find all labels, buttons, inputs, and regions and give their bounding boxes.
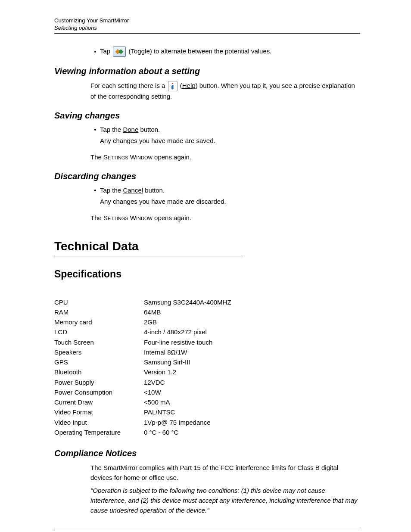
spec-row: Memory card2GB — [54, 317, 360, 327]
cancel-label: Cancel — [123, 187, 143, 194]
settings-window-label: Settings Window — [103, 214, 153, 221]
spec-label: Operating Temperature — [54, 427, 144, 437]
help-icon — [168, 81, 177, 91]
running-header: Customizing Your SmartMirror Selecting o… — [54, 17, 360, 34]
bullet-cancel: • Tap the Cancel button. — [90, 186, 360, 195]
help-label: Help — [182, 82, 196, 89]
spec-value: 1Vp-p@ 75 Impedance — [144, 417, 211, 427]
bullet-toggle: • Tap (Toggle) to alternate between the … — [90, 47, 360, 57]
text: For each setting there is a — [90, 82, 167, 89]
spec-row: RAM64MB — [54, 307, 360, 317]
page-footer: 60 ESCORT SmartMirror User's Guide ESCOR… — [54, 530, 360, 532]
spec-label: Current Draw — [54, 397, 144, 407]
toggle-label: Toggle — [131, 47, 150, 55]
compliance-quote: "Operation is subject to the following t… — [90, 485, 360, 516]
spec-value: Four-line resistive touch — [144, 337, 212, 347]
spec-row: Operating Temperature0 °C - 60 °C — [54, 427, 360, 437]
header-section: Selecting options — [54, 25, 360, 32]
bullet-marker: • — [90, 48, 100, 55]
spec-value: 64MB — [144, 307, 161, 317]
spec-label: Video Input — [54, 417, 144, 427]
saving-after: The Settings Window opens again. — [90, 152, 360, 162]
spec-value: Samsung S3C2440A-400MHZ — [144, 297, 231, 307]
text: Tap — [100, 47, 112, 55]
spec-label: GPS — [54, 357, 144, 367]
spec-row: Video Input1Vp-p@ 75 Impedance — [54, 417, 360, 427]
spec-row: BluetoothVersion 1.2 — [54, 367, 360, 377]
heading-saving: Saving changes — [54, 111, 360, 121]
spec-label: Memory card — [54, 317, 144, 327]
toggle-icon — [113, 47, 126, 57]
spec-value: Internal 8Ω/1W — [144, 347, 187, 357]
bullet-marker: • — [90, 126, 100, 133]
spec-label: Power Consumption — [54, 387, 144, 397]
spec-label: RAM — [54, 307, 144, 317]
spec-value: 0 °C - 60 °C — [144, 427, 178, 437]
spec-row: CPUSamsung S3C2440A-400MHZ — [54, 297, 360, 307]
text: button. — [138, 126, 160, 133]
heading-technical-data: Technical Data — [54, 240, 360, 256]
cancel-followup: Any changes you have made are discarded. — [100, 196, 360, 207]
heading-compliance: Compliance Notices — [54, 448, 360, 458]
text: opens again. — [153, 214, 191, 221]
text: opens again. — [153, 153, 191, 161]
spec-label: CPU — [54, 297, 144, 307]
spec-value: Samsung Sirf-III — [144, 357, 190, 367]
header-chapter: Customizing Your SmartMirror — [54, 17, 360, 25]
spec-row: Video FormatPAL/NTSC — [54, 407, 360, 417]
spec-label: Bluetooth — [54, 367, 144, 377]
bullet-marker: • — [90, 187, 100, 194]
spec-row: LCD4-inch / 480x272 pixel — [54, 327, 360, 337]
heading-viewing: Viewing information about a setting — [54, 66, 360, 76]
spec-row: Current Draw<500 mA — [54, 397, 360, 407]
spec-value: 4-inch / 480x272 pixel — [144, 327, 207, 337]
heading-discarding: Discarding changes — [54, 171, 360, 181]
spec-row: SpeakersInternal 8Ω/1W — [54, 347, 360, 357]
text: The — [90, 153, 103, 161]
text: ) — [196, 82, 198, 89]
spec-table: CPUSamsung S3C2440A-400MHZRAM64MBMemory … — [54, 297, 360, 438]
heading-specifications: Specifications — [54, 268, 360, 280]
spec-value: PAL/NTSC — [144, 407, 175, 417]
settings-window-label: Settings Window — [103, 153, 153, 161]
discarding-after: The Settings Window opens again. — [90, 213, 360, 223]
spec-label: Video Format — [54, 407, 144, 417]
done-followup: Any changes you have made are saved. — [100, 136, 360, 146]
spec-row: Power Consumption<10W — [54, 387, 360, 397]
done-label: Done — [123, 126, 138, 133]
spec-label: LCD — [54, 327, 144, 337]
spec-row: Touch ScreenFour-line resistive touch — [54, 337, 360, 347]
spec-label: Power Supply — [54, 377, 144, 387]
text: button. — [143, 187, 165, 194]
spec-value: 2GB — [144, 317, 157, 327]
spec-value: <10W — [144, 387, 161, 397]
heading-rule — [54, 256, 242, 256]
text: Tap the — [100, 126, 123, 133]
spec-value: Version 1.2 — [144, 367, 176, 377]
text: Tap the — [100, 187, 123, 194]
text: The — [90, 214, 103, 221]
text: to alternate between the potential value… — [152, 47, 272, 55]
spec-row: Power Supply12VDC — [54, 377, 360, 387]
bullet-done: • Tap the Done button. — [90, 125, 360, 134]
spec-label: Touch Screen — [54, 337, 144, 347]
spec-label: Speakers — [54, 347, 144, 357]
spec-value: 12VDC — [144, 377, 165, 387]
compliance-p1: The SmartMirror complies with Part 15 of… — [90, 463, 360, 483]
spec-row: GPSSamsung Sirf-III — [54, 357, 360, 367]
spec-value: <500 mA — [144, 397, 170, 407]
viewing-paragraph: For each setting there is a (Help) butto… — [90, 81, 360, 101]
svg-marker-0 — [115, 49, 119, 54]
svg-marker-1 — [119, 49, 123, 54]
